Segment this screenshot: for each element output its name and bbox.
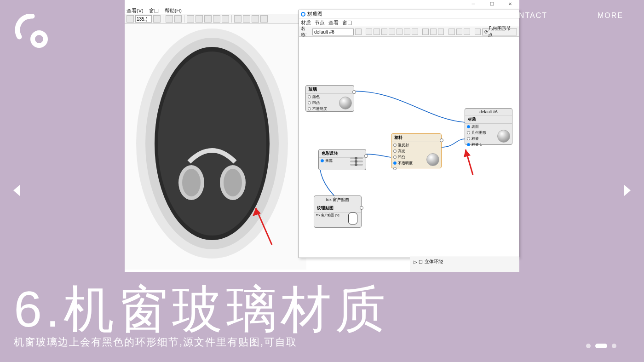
output-port[interactable] — [440, 138, 443, 142]
maximize-button[interactable]: ☐ — [483, 0, 501, 7]
float-menubar: 材质 节点 查看 窗口 — [299, 18, 519, 27]
toolbar-icon[interactable] — [438, 29, 444, 35]
page-dots[interactable] — [586, 344, 616, 348]
node-canvas[interactable]: 玻璃 颜色 凹凸 不透明度 色彩反转 来源 tex 窗户贴图 纹理贴图 tex … — [299, 37, 519, 258]
trash-icon[interactable] — [412, 29, 418, 35]
material-preview-icon — [426, 153, 439, 166]
material-preview-icon — [339, 97, 352, 109]
svg-point-7 — [182, 169, 201, 196]
dot-3[interactable] — [612, 344, 616, 348]
node-glass[interactable]: 玻璃 颜色 凹凸 不透明度 — [305, 85, 354, 112]
svg-point-0 — [33, 33, 46, 46]
node-title: 纹理贴图 — [314, 204, 361, 213]
output-port[interactable] — [352, 90, 356, 94]
geometry-node-button[interactable]: ⟳ 几何图形节点 — [482, 29, 517, 35]
node-title: 玻璃 — [306, 86, 354, 94]
output-port[interactable] — [360, 206, 363, 210]
toolbar-icon[interactable] — [381, 29, 388, 35]
float-title-text: 材质图 — [307, 11, 322, 17]
toolbar-icon[interactable] — [456, 29, 463, 35]
toolbar-icon[interactable] — [260, 15, 268, 23]
toolbar-icon[interactable] — [196, 15, 203, 23]
svg-point-9 — [224, 169, 242, 196]
node-color-invert[interactable]: 色彩反转 来源 — [318, 149, 366, 170]
save-icon[interactable] — [355, 29, 362, 35]
toolbar-icon[interactable] — [126, 15, 134, 23]
name-label: 名称: — [301, 25, 311, 38]
node-output[interactable]: default #6 材质 表面 几何图形 标签 标签 1 — [465, 108, 512, 145]
toolbar-icon[interactable] — [153, 15, 161, 23]
nav-more[interactable]: MORE — [598, 11, 623, 20]
float-titlebar[interactable]: 材质图 — [299, 10, 519, 18]
dot-1[interactable] — [586, 344, 591, 348]
app-icon — [301, 12, 305, 17]
toolbar-icon[interactable] — [389, 29, 395, 35]
material-graph-window: 材质图 材质 节点 查看 窗口 名称: — [299, 10, 519, 258]
toolbar-icon[interactable] — [222, 15, 229, 23]
material-name-input[interactable] — [312, 29, 354, 35]
toolbar-icon[interactable] — [187, 15, 194, 23]
float-menu-view[interactable]: 查看 — [328, 19, 339, 26]
toolbar-icon[interactable] — [430, 29, 437, 35]
toolbar-icon[interactable] — [366, 29, 372, 35]
close-button[interactable]: ✕ — [501, 0, 519, 7]
toolbar-icon[interactable] — [174, 15, 182, 23]
lock-icon[interactable] — [397, 29, 403, 35]
node-title: 塑料 — [391, 134, 441, 142]
output-port[interactable] — [364, 154, 368, 158]
menu-window[interactable]: 窗口 — [149, 7, 159, 14]
toolbar-icon[interactable] — [448, 29, 455, 35]
float-toolbar: 名称: ⟳ 几何图形节点 — [299, 27, 519, 37]
logo — [14, 14, 48, 50]
copy-icon[interactable] — [404, 29, 410, 35]
toolbar-icon[interactable] — [204, 15, 212, 23]
render-viewport[interactable] — [125, 24, 306, 270]
float-menu-window[interactable]: 窗口 — [342, 19, 352, 26]
app-window: ─ ☐ ✕ 查看(V) 窗口 帮助(H) — [125, 0, 519, 272]
node-header: default #6 — [465, 109, 512, 115]
toolbar-icon[interactable] — [464, 29, 470, 35]
toolbar-icon[interactable] — [374, 29, 380, 35]
prev-arrow-icon[interactable] — [12, 184, 22, 199]
material-preview-icon — [497, 130, 510, 143]
menu-help[interactable]: 帮助(H) — [165, 7, 182, 14]
texture-thumbnail — [348, 213, 357, 224]
slide-subtitle: 机窗玻璃边上会有黑色的环形细节,源文件里有贴图,可自取 — [14, 335, 297, 349]
node-plastic[interactable]: 塑料 漫反射 高光 凹凸 不透明度 - — [391, 133, 442, 168]
toolbar-icon[interactable] — [234, 15, 242, 23]
toolbar-icon[interactable] — [213, 15, 220, 23]
next-arrow-icon[interactable] — [622, 184, 632, 199]
tree-item[interactable]: ▷ ☐立体环绕 — [414, 258, 516, 265]
toolbar-icon[interactable] — [166, 15, 173, 23]
svg-line-11 — [466, 149, 473, 175]
sliders-icon — [350, 156, 363, 167]
toolbar-icon[interactable] — [252, 15, 259, 23]
minimize-button[interactable]: ─ — [464, 0, 483, 7]
slide-title: 6.机窗玻璃材质 — [14, 284, 389, 334]
toolbar-icon[interactable] — [422, 29, 429, 35]
zoom-input[interactable] — [135, 15, 152, 23]
toolbar-icon[interactable] — [475, 29, 481, 35]
dot-2-active[interactable] — [595, 344, 607, 348]
node-title: 材质 — [465, 115, 512, 124]
toolbar-icon[interactable] — [243, 15, 250, 23]
menu-view[interactable]: 查看(V) — [126, 7, 144, 14]
node-header: tex 窗户贴图 — [314, 196, 361, 204]
svg-point-5 — [158, 52, 266, 236]
float-menu-node[interactable]: 节点 — [315, 19, 325, 26]
right-panel: ▷ ☐立体环绕 — [410, 257, 519, 272]
node-texture[interactable]: tex 窗户贴图 纹理贴图 tex 窗户贴图.jpg — [314, 195, 362, 228]
